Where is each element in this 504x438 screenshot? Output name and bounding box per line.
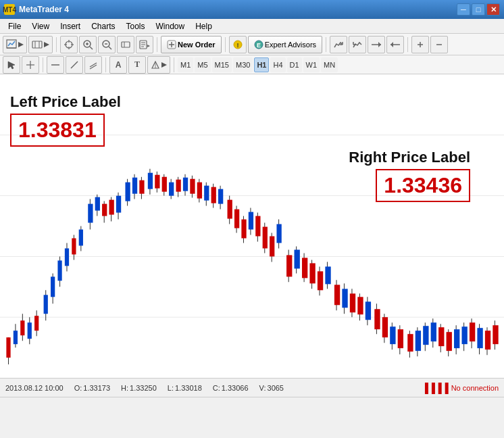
high-value: 1.33250 — [130, 384, 157, 392]
text-tool[interactable]: A — [109, 56, 127, 74]
svg-rect-174 — [438, 327, 444, 346]
svg-rect-150 — [342, 289, 347, 308]
volume-value: 3065 — [268, 384, 284, 392]
maximize-button[interactable]: □ — [472, 3, 485, 16]
svg-rect-19 — [122, 42, 130, 47]
zoom-out-button[interactable] — [98, 36, 116, 53]
svg-text:!: ! — [236, 42, 238, 49]
svg-rect-184 — [477, 328, 482, 348]
left-price-title: Left Price Label — [10, 93, 121, 111]
separator5 — [407, 37, 408, 52]
svg-marker-40 — [390, 42, 393, 47]
open-value: 1.33173 — [83, 384, 110, 392]
zoom-button[interactable] — [368, 36, 385, 53]
svg-rect-134 — [276, 224, 281, 243]
zoomin3-button[interactable] — [411, 36, 429, 53]
menu-window[interactable]: Window — [151, 20, 191, 32]
channel-tool[interactable] — [84, 56, 102, 74]
crosshair-tool[interactable] — [22, 56, 39, 74]
svg-rect-66 — [28, 322, 32, 339]
right-price-box: 1.33436 — [376, 169, 470, 202]
svg-marker-2 — [18, 42, 24, 47]
properties-button[interactable] — [136, 36, 153, 53]
tf-m1[interactable]: M1 — [178, 57, 193, 72]
svg-rect-96 — [139, 180, 144, 194]
svg-rect-76 — [65, 248, 69, 266]
svg-rect-62 — [14, 331, 18, 344]
objects-button[interactable] — [349, 36, 366, 53]
svg-line-48 — [71, 62, 78, 68]
chart-area[interactable]: Left Price Label 1.33831 Right Price Lab… — [0, 74, 504, 397]
svg-rect-80 — [79, 230, 83, 246]
sep-tf — [174, 57, 174, 72]
trendline-tool[interactable] — [66, 56, 83, 74]
svg-rect-176 — [447, 332, 452, 351]
menu-file[interactable]: File — [3, 20, 26, 32]
close-button[interactable]: ✕ — [486, 3, 500, 16]
separator — [56, 37, 57, 52]
menu-insert[interactable]: Insert — [55, 20, 86, 32]
new-order-button[interactable]: New Order — [161, 36, 222, 53]
status-open: O: 1.33173 — [74, 384, 110, 392]
zoom-in-button[interactable] — [79, 36, 97, 53]
tf-h1[interactable]: H1 — [254, 57, 269, 72]
svg-rect-60 — [6, 337, 10, 358]
svg-line-13 — [90, 47, 93, 49]
label-tool[interactable]: T — [128, 56, 146, 74]
crosshair-button[interactable] — [60, 36, 78, 53]
svg-marker-25 — [147, 45, 150, 47]
menu-bar: File View Insert Charts Tools Window Hel… — [0, 19, 504, 34]
tf-m15[interactable]: M15 — [212, 57, 232, 72]
svg-rect-64 — [20, 320, 24, 335]
volume-label: V: — [259, 384, 266, 392]
left-price-value: 1.33831 — [18, 118, 97, 142]
svg-rect-112 — [197, 182, 202, 199]
tf-mn[interactable]: MN — [321, 57, 338, 72]
svg-rect-172 — [431, 322, 436, 341]
tf-w1[interactable]: W1 — [303, 57, 320, 72]
minimize-button[interactable]: ─ — [457, 3, 470, 16]
menu-view[interactable]: View — [26, 20, 55, 32]
menu-tools[interactable]: Tools — [121, 20, 151, 32]
tf-m30[interactable]: M30 — [233, 57, 253, 72]
menu-charts[interactable]: Charts — [86, 20, 120, 32]
menu-help[interactable]: Help — [190, 20, 218, 32]
zoom2-button[interactable] — [386, 36, 404, 53]
profile-button[interactable] — [28, 36, 53, 53]
svg-rect-90 — [116, 196, 121, 213]
svg-rect-164 — [398, 329, 403, 348]
right-price-label: Right Price Label 1.33436 — [349, 149, 470, 202]
zoomout3-button[interactable] — [430, 36, 448, 53]
select-tool[interactable] — [3, 56, 20, 74]
svg-rect-152 — [350, 293, 355, 312]
new-chart-button[interactable] — [3, 36, 27, 53]
gann-tool[interactable] — [147, 56, 170, 74]
history-button[interactable] — [330, 36, 347, 53]
hline-tool[interactable] — [47, 56, 64, 74]
status-high: H: 1.33250 — [121, 384, 157, 392]
expert-advisors-button[interactable]: E Expert Advisors — [248, 36, 322, 53]
svg-rect-186 — [485, 331, 490, 349]
status-close: C: 1.33066 — [213, 384, 249, 392]
status-volume: V: 3065 — [259, 384, 284, 392]
window-controls[interactable]: ─ □ ✕ — [457, 3, 500, 16]
tf-m5[interactable]: M5 — [195, 57, 210, 72]
tf-d1[interactable]: D1 — [287, 57, 302, 72]
svg-rect-178 — [454, 329, 459, 348]
svg-rect-70 — [44, 295, 48, 314]
svg-rect-160 — [382, 317, 388, 337]
left-price-box: 1.33831 — [10, 114, 105, 147]
zoom-in2-button[interactable] — [117, 36, 134, 53]
svg-rect-120 — [228, 200, 232, 219]
svg-rect-86 — [102, 204, 107, 216]
open-label: O: — [74, 384, 82, 392]
tf-h4[interactable]: H4 — [270, 57, 285, 72]
toolbar-main: New Order ! E Expert Advisors — [0, 34, 504, 55]
svg-rect-94 — [132, 178, 137, 194]
close-value: 1.33066 — [222, 384, 249, 392]
indicator-button[interactable]: ! — [229, 36, 247, 53]
title-text: MetaTrader 4 — [19, 5, 69, 14]
sep-draw2 — [105, 57, 106, 72]
status-datetime: 2013.08.12 10:00 — [5, 384, 64, 392]
svg-rect-82 — [88, 204, 93, 223]
